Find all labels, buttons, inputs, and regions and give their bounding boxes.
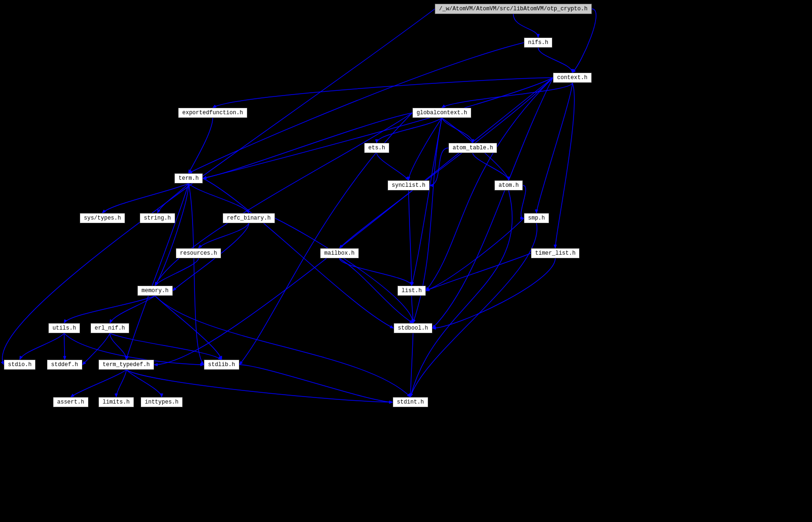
node-stdbool[interactable]: stdbool.h [394, 323, 432, 333]
node-term-typedef[interactable]: term_typedef.h [98, 360, 154, 370]
node-limits[interactable]: limits.h [98, 397, 134, 407]
node-ets[interactable]: ets.h [364, 143, 389, 153]
node-stdlib[interactable]: stdlib.h [204, 360, 239, 370]
node-term[interactable]: term.h [174, 173, 203, 184]
svg-marker-27 [201, 361, 204, 365]
node-string[interactable]: string.h [140, 213, 175, 223]
node-erl-nif[interactable]: erl_nif.h [90, 323, 129, 333]
svg-marker-45 [115, 394, 118, 397]
svg-marker-20 [521, 217, 524, 220]
node-memory[interactable]: memory.h [137, 286, 173, 296]
node-atom[interactable]: atom.h [494, 180, 523, 191]
svg-marker-8 [340, 245, 343, 248]
svg-marker-9 [189, 169, 192, 173]
node-stddef[interactable]: stddef.h [47, 360, 82, 370]
node-timer-list[interactable]: timer_list.h [531, 248, 580, 258]
node-exportedfunction[interactable]: exportedfunction.h [178, 108, 247, 118]
svg-marker-5 [203, 176, 206, 179]
svg-marker-19 [410, 282, 413, 286]
node-otp-crypto[interactable]: /_w/AtomVM/AtomVM/src/libAtomVM/otp_cryp… [435, 4, 592, 14]
svg-marker-41 [125, 356, 128, 360]
node-assert[interactable]: assert.h [53, 397, 89, 407]
svg-marker-24 [246, 209, 249, 213]
node-atom-table[interactable]: atom_table.h [448, 143, 497, 153]
svg-marker-32 [426, 288, 430, 291]
svg-marker-33 [410, 282, 413, 286]
svg-marker-34 [64, 319, 67, 323]
node-stdio[interactable]: stdio.h [4, 360, 36, 370]
svg-marker-0 [537, 34, 540, 37]
node-utils[interactable]: utils.h [48, 323, 80, 333]
svg-marker-10 [203, 176, 206, 179]
svg-marker-31 [410, 393, 412, 397]
node-list[interactable]: list.h [397, 286, 426, 296]
svg-marker-12 [471, 140, 474, 143]
node-mailbox[interactable]: mailbox.h [320, 248, 359, 258]
node-globalcontext[interactable]: globalcontext.h [412, 108, 471, 118]
svg-marker-30 [155, 282, 158, 286]
node-nifs[interactable]: nifs.h [524, 37, 552, 48]
svg-marker-25 [155, 282, 158, 286]
svg-marker-28 [199, 245, 202, 248]
svg-marker-55 [432, 327, 436, 330]
node-sys-types[interactable]: sys/types.h [80, 213, 125, 223]
svg-marker-7 [554, 245, 557, 248]
node-inttypes[interactable]: inttypes.h [141, 397, 183, 407]
node-synclist[interactable]: synclist.h [387, 180, 430, 191]
svg-marker-62 [154, 363, 157, 366]
svg-marker-59 [201, 363, 204, 366]
svg-marker-14 [507, 177, 510, 180]
svg-marker-29 [173, 287, 176, 291]
svg-marker-18 [430, 184, 433, 187]
node-resources[interactable]: resources.h [176, 248, 221, 258]
svg-marker-42 [82, 361, 86, 365]
svg-marker-57 [412, 320, 415, 323]
svg-marker-58 [126, 356, 128, 360]
svg-marker-40 [63, 356, 66, 360]
svg-marker-47 [389, 401, 393, 404]
node-context[interactable]: context.h [553, 73, 592, 83]
node-smp[interactable]: smp.h [524, 213, 549, 223]
svg-marker-16 [406, 177, 409, 180]
svg-marker-51 [413, 319, 415, 323]
svg-marker-15 [411, 282, 413, 286]
svg-marker-53 [432, 325, 436, 328]
svg-marker-17 [507, 177, 510, 180]
svg-marker-35 [110, 319, 113, 323]
svg-marker-36 [219, 356, 222, 360]
svg-marker-52 [239, 361, 243, 365]
svg-marker-22 [103, 210, 106, 213]
svg-marker-2 [573, 69, 576, 73]
svg-marker-39 [20, 356, 22, 360]
svg-marker-38 [412, 320, 415, 323]
svg-marker-23 [157, 209, 160, 213]
svg-marker-6 [535, 210, 538, 213]
svg-marker-48 [409, 394, 412, 397]
svg-marker-56 [426, 288, 430, 291]
svg-marker-1 [571, 69, 574, 73]
node-refc-binary[interactable]: refc_binary.h [223, 213, 275, 223]
svg-marker-49 [426, 287, 429, 291]
svg-marker-37 [407, 394, 410, 397]
svg-marker-13 [407, 177, 410, 180]
node-stdint[interactable]: stdint.h [393, 397, 428, 407]
svg-marker-43 [389, 401, 393, 404]
svg-marker-11 [375, 140, 378, 143]
svg-marker-63 [155, 282, 158, 286]
svg-marker-26 [390, 325, 394, 328]
svg-marker-21 [410, 394, 412, 397]
svg-marker-46 [160, 394, 163, 397]
